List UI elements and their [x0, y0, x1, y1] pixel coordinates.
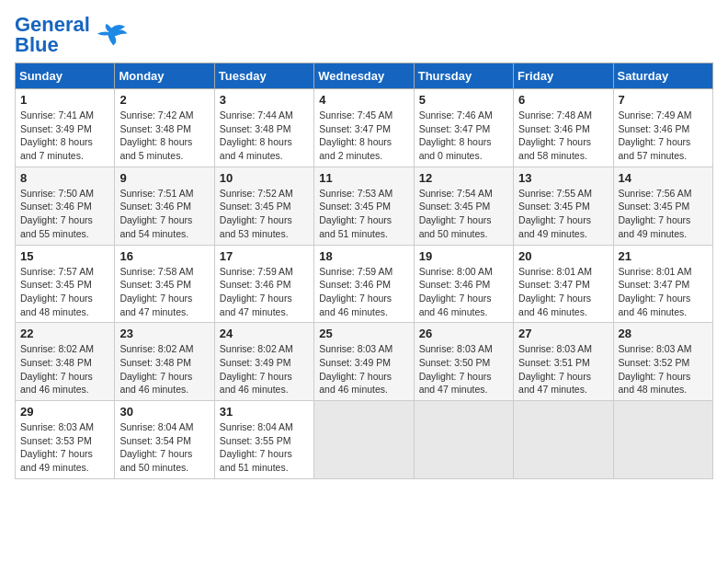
day-number: 9 — [119, 171, 209, 185]
day-number: 23 — [119, 327, 209, 340]
day-info: Sunrise: 7:55 AM Sunset: 3:45 PM Dayligh… — [518, 187, 608, 241]
calendar-day-cell: 21Sunrise: 8:01 AM Sunset: 3:47 PM Dayli… — [613, 245, 712, 323]
calendar-header-row: SundayMondayTuesdayWednesdayThursdayFrid… — [16, 63, 713, 89]
calendar-day-cell: 28Sunrise: 8:03 AM Sunset: 3:52 PM Dayli… — [613, 323, 712, 401]
day-info: Sunrise: 7:45 AM Sunset: 3:47 PM Dayligh… — [319, 109, 408, 163]
day-info: Sunrise: 8:01 AM Sunset: 3:47 PM Dayligh… — [518, 265, 608, 319]
day-number: 20 — [518, 249, 608, 263]
calendar-day-cell — [514, 401, 613, 479]
calendar-day-cell — [314, 401, 414, 479]
day-number: 12 — [419, 171, 508, 185]
day-info: Sunrise: 7:59 AM Sunset: 3:46 PM Dayligh… — [319, 265, 408, 319]
day-number: 1 — [20, 93, 109, 107]
calendar-day-cell: 20Sunrise: 8:01 AM Sunset: 3:47 PM Dayli… — [514, 245, 613, 323]
day-number: 25 — [319, 327, 408, 340]
day-info: Sunrise: 8:03 AM Sunset: 3:49 PM Dayligh… — [319, 342, 408, 396]
day-number: 31 — [220, 405, 309, 419]
day-number: 29 — [20, 405, 109, 419]
day-info: Sunrise: 7:50 AM Sunset: 3:46 PM Dayligh… — [20, 187, 109, 241]
calendar-day-cell: 6Sunrise: 7:48 AM Sunset: 3:46 PM Daylig… — [514, 89, 613, 167]
weekday-header-tuesday: Tuesday — [214, 63, 313, 89]
weekday-header-thursday: Thursday — [414, 63, 513, 89]
calendar-day-cell: 8Sunrise: 7:50 AM Sunset: 3:46 PM Daylig… — [16, 167, 115, 245]
day-number: 28 — [619, 327, 708, 340]
calendar-day-cell: 17Sunrise: 7:59 AM Sunset: 3:46 PM Dayli… — [214, 245, 313, 323]
calendar-day-cell: 11Sunrise: 7:53 AM Sunset: 3:45 PM Dayli… — [314, 167, 414, 245]
day-number: 8 — [20, 171, 109, 185]
day-info: Sunrise: 8:00 AM Sunset: 3:46 PM Dayligh… — [419, 265, 508, 319]
page-header: GeneralBlue — [15, 15, 713, 55]
day-number: 15 — [20, 249, 109, 263]
day-info: Sunrise: 7:57 AM Sunset: 3:45 PM Dayligh… — [20, 265, 109, 319]
calendar-day-cell: 1Sunrise: 7:41 AM Sunset: 3:49 PM Daylig… — [16, 89, 115, 167]
calendar-day-cell: 9Sunrise: 7:51 AM Sunset: 3:46 PM Daylig… — [115, 167, 214, 245]
day-info: Sunrise: 8:01 AM Sunset: 3:47 PM Dayligh… — [619, 265, 708, 319]
calendar-day-cell: 4Sunrise: 7:45 AM Sunset: 3:47 PM Daylig… — [314, 89, 414, 167]
calendar-day-cell: 18Sunrise: 7:59 AM Sunset: 3:46 PM Dayli… — [314, 245, 414, 323]
day-info: Sunrise: 7:44 AM Sunset: 3:48 PM Dayligh… — [220, 109, 309, 163]
calendar-day-cell: 15Sunrise: 7:57 AM Sunset: 3:45 PM Dayli… — [16, 245, 115, 323]
calendar-day-cell: 10Sunrise: 7:52 AM Sunset: 3:45 PM Dayli… — [214, 167, 313, 245]
day-info: Sunrise: 7:53 AM Sunset: 3:45 PM Dayligh… — [319, 187, 408, 241]
day-number: 7 — [619, 93, 708, 107]
day-info: Sunrise: 7:46 AM Sunset: 3:47 PM Dayligh… — [419, 109, 508, 163]
day-number: 16 — [119, 249, 209, 263]
day-info: Sunrise: 8:02 AM Sunset: 3:49 PM Dayligh… — [220, 342, 309, 396]
calendar-day-cell: 2Sunrise: 7:42 AM Sunset: 3:48 PM Daylig… — [115, 89, 214, 167]
logo-bird-icon — [94, 17, 129, 52]
calendar-day-cell: 16Sunrise: 7:58 AM Sunset: 3:45 PM Dayli… — [115, 245, 214, 323]
day-number: 2 — [119, 93, 209, 107]
calendar-day-cell: 13Sunrise: 7:55 AM Sunset: 3:45 PM Dayli… — [514, 167, 613, 245]
day-info: Sunrise: 7:59 AM Sunset: 3:46 PM Dayligh… — [220, 265, 309, 319]
weekday-header-saturday: Saturday — [613, 63, 712, 89]
day-info: Sunrise: 7:49 AM Sunset: 3:46 PM Dayligh… — [619, 109, 708, 163]
calendar-day-cell: 5Sunrise: 7:46 AM Sunset: 3:47 PM Daylig… — [414, 89, 513, 167]
day-number: 24 — [220, 327, 309, 340]
calendar-day-cell: 14Sunrise: 7:56 AM Sunset: 3:45 PM Dayli… — [613, 167, 712, 245]
day-number: 14 — [619, 171, 708, 185]
calendar-day-cell: 22Sunrise: 8:02 AM Sunset: 3:48 PM Dayli… — [16, 323, 115, 401]
day-info: Sunrise: 8:04 AM Sunset: 3:55 PM Dayligh… — [220, 420, 309, 475]
calendar-day-cell: 19Sunrise: 8:00 AM Sunset: 3:46 PM Dayli… — [414, 245, 513, 323]
calendar-day-cell — [613, 401, 712, 479]
day-info: Sunrise: 8:03 AM Sunset: 3:53 PM Dayligh… — [20, 420, 109, 475]
day-info: Sunrise: 7:42 AM Sunset: 3:48 PM Dayligh… — [119, 109, 209, 163]
calendar-day-cell: 24Sunrise: 8:02 AM Sunset: 3:49 PM Dayli… — [214, 323, 313, 401]
calendar-day-cell — [414, 401, 513, 479]
day-number: 26 — [419, 327, 508, 340]
day-number: 10 — [220, 171, 309, 185]
day-info: Sunrise: 7:41 AM Sunset: 3:49 PM Dayligh… — [20, 109, 109, 163]
calendar-day-cell: 25Sunrise: 8:03 AM Sunset: 3:49 PM Dayli… — [314, 323, 414, 401]
day-number: 11 — [319, 171, 408, 185]
day-number: 6 — [518, 93, 608, 107]
calendar-body: 1Sunrise: 7:41 AM Sunset: 3:49 PM Daylig… — [16, 89, 713, 479]
day-number: 3 — [220, 93, 309, 107]
calendar-week-row: 29Sunrise: 8:03 AM Sunset: 3:53 PM Dayli… — [16, 401, 713, 479]
day-info: Sunrise: 8:03 AM Sunset: 3:50 PM Dayligh… — [419, 342, 508, 396]
day-info: Sunrise: 7:58 AM Sunset: 3:45 PM Dayligh… — [119, 265, 209, 319]
day-number: 21 — [619, 249, 708, 263]
weekday-header-sunday: Sunday — [16, 63, 115, 89]
day-number: 4 — [319, 93, 408, 107]
logo-text: GeneralBlue — [15, 15, 90, 55]
calendar-day-cell: 29Sunrise: 8:03 AM Sunset: 3:53 PM Dayli… — [16, 401, 115, 479]
day-info: Sunrise: 8:04 AM Sunset: 3:54 PM Dayligh… — [119, 420, 209, 475]
calendar-day-cell: 12Sunrise: 7:54 AM Sunset: 3:45 PM Dayli… — [414, 167, 513, 245]
calendar-week-row: 1Sunrise: 7:41 AM Sunset: 3:49 PM Daylig… — [16, 89, 713, 167]
weekday-header-monday: Monday — [115, 63, 214, 89]
day-number: 27 — [518, 327, 608, 340]
calendar-day-cell: 3Sunrise: 7:44 AM Sunset: 3:48 PM Daylig… — [214, 89, 313, 167]
calendar-week-row: 8Sunrise: 7:50 AM Sunset: 3:46 PM Daylig… — [16, 167, 713, 245]
day-number: 5 — [419, 93, 508, 107]
day-info: Sunrise: 7:48 AM Sunset: 3:46 PM Dayligh… — [518, 109, 608, 163]
logo: GeneralBlue — [15, 15, 129, 55]
calendar-table: SundayMondayTuesdayWednesdayThursdayFrid… — [15, 63, 713, 479]
day-info: Sunrise: 8:02 AM Sunset: 3:48 PM Dayligh… — [119, 342, 209, 396]
day-info: Sunrise: 8:03 AM Sunset: 3:52 PM Dayligh… — [619, 342, 708, 396]
day-info: Sunrise: 7:56 AM Sunset: 3:45 PM Dayligh… — [619, 187, 708, 241]
day-info: Sunrise: 7:51 AM Sunset: 3:46 PM Dayligh… — [119, 187, 209, 241]
day-number: 22 — [20, 327, 109, 340]
calendar-week-row: 15Sunrise: 7:57 AM Sunset: 3:45 PM Dayli… — [16, 245, 713, 323]
day-number: 13 — [518, 171, 608, 185]
weekday-header-wednesday: Wednesday — [314, 63, 414, 89]
